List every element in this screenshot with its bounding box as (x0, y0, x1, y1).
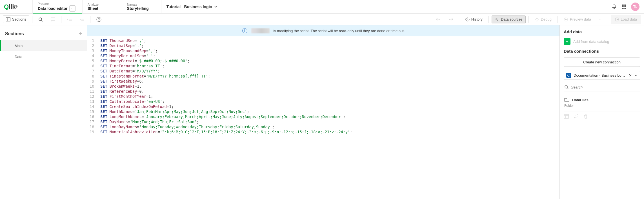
separator (608, 16, 608, 23)
comment-icon (51, 17, 55, 21)
svg-rect-3 (622, 6, 623, 7)
connection-name: Documentation - Business Logic ... (574, 73, 627, 78)
nav-label: Narrate (127, 3, 156, 6)
undo-button (433, 16, 444, 23)
svg-text:?: ? (98, 18, 100, 21)
right-panel: Add data + Add from data catalog Data co… (559, 25, 644, 199)
indent-icon (80, 17, 84, 21)
search-icon (564, 85, 569, 89)
search-icon (38, 17, 43, 22)
top-icons: TL (607, 0, 644, 13)
toolbar: Sections ? History Data sources Debug Pr… (0, 14, 644, 25)
nav-label: Prepare (38, 2, 77, 5)
svg-rect-1 (623, 5, 625, 6)
datafiles-item[interactable]: DataFiles (564, 96, 640, 104)
bug-icon (535, 17, 539, 22)
history-button[interactable]: History (462, 16, 486, 23)
separator (459, 16, 459, 23)
connection-search[interactable] (564, 84, 640, 92)
svg-rect-31 (564, 114, 569, 118)
help-icon: ? (96, 17, 101, 22)
data-sources-toggle[interactable]: Data sources (492, 16, 526, 23)
line-gutter: 12345678910111213141516171819 (87, 36, 97, 199)
redacted-user (251, 28, 270, 33)
nav-label: Analyze (88, 3, 117, 6)
preview-dropdown (596, 16, 605, 23)
separator (61, 16, 61, 23)
svg-rect-6 (622, 8, 623, 9)
chevron-down-icon (214, 5, 217, 8)
chevron-down-icon (599, 18, 602, 21)
nav-value: Sheet (88, 6, 117, 11)
outdent-icon (67, 17, 72, 21)
connection-item[interactable]: Documentation - Business Logic ... ✕ (564, 71, 640, 80)
history-icon (465, 17, 470, 22)
nav-value: Data load editor (38, 5, 77, 12)
datafiles-type: Folder (564, 104, 640, 108)
undo-icon (436, 17, 441, 21)
sections-toggle[interactable]: Sections (3, 16, 29, 23)
link-icon (495, 17, 499, 22)
chevron-down-icon[interactable] (634, 74, 638, 77)
data-connections-title: Data connections (564, 49, 640, 54)
svg-rect-4 (623, 6, 625, 7)
create-connection-button[interactable]: Create new connection (564, 58, 640, 67)
readonly-notice: i is modifying the script. The script wi… (87, 25, 559, 36)
svg-point-29 (565, 85, 568, 88)
avatar[interactable]: TL (631, 3, 639, 11)
info-icon: i (242, 28, 247, 33)
apps-icon[interactable] (621, 4, 627, 9)
add-section-button[interactable]: + (79, 30, 82, 37)
more-menu-button[interactable]: ⋯ (22, 0, 32, 13)
chevron-down-icon[interactable] (69, 5, 75, 12)
logo[interactable]: Qlik® (0, 0, 22, 13)
svg-line-12 (41, 20, 43, 21)
plus-icon: + (564, 38, 570, 45)
separator (32, 16, 32, 23)
load-label: Load data (621, 17, 637, 21)
debug-label: Debug (541, 17, 552, 21)
outdent-button (64, 16, 75, 23)
nav-value: Storytelling (127, 6, 156, 11)
app-title[interactable]: Tutorial - Business logic (161, 0, 607, 13)
search-input[interactable] (571, 85, 639, 89)
delete-icon (583, 114, 588, 119)
notice-text: is modifying the script. The script will… (274, 29, 405, 33)
sections-panel: Sections + MainData (0, 25, 87, 199)
separator (488, 16, 489, 23)
edit-icon (574, 114, 578, 119)
main-area: Sections + MainData i is modifying the s… (0, 25, 644, 199)
comment-button (48, 16, 58, 23)
search-button[interactable] (35, 16, 46, 23)
help-button[interactable]: ? (93, 15, 105, 24)
close-icon[interactable]: ✕ (629, 73, 632, 78)
code-editor[interactable]: 12345678910111213141516171819 SET Thousa… (87, 36, 559, 199)
folder-icon (564, 98, 569, 102)
nav-item-storytelling[interactable]: NarrateStorytelling (122, 0, 161, 13)
svg-rect-8 (625, 8, 626, 9)
select-data-icon (564, 114, 569, 119)
svg-point-11 (39, 18, 42, 21)
svg-rect-7 (623, 8, 625, 9)
section-item-data[interactable]: Data (0, 51, 87, 62)
debug-button: Debug (532, 16, 555, 23)
add-catalog-label: Add from data catalog (573, 39, 609, 44)
code-lines[interactable]: SET ThousandSep=',';SET DecimalSep='.';S… (97, 36, 355, 199)
connection-badge-icon (566, 73, 571, 78)
preview-button: Preview data (561, 16, 594, 23)
add-from-catalog: + Add from data catalog (564, 38, 640, 45)
svg-rect-0 (622, 5, 623, 6)
sections-title: Sections (5, 31, 24, 36)
svg-line-30 (567, 88, 569, 89)
connection-actions (564, 112, 640, 119)
load-data-button: Load data (611, 15, 641, 24)
bell-icon[interactable] (611, 4, 617, 10)
add-data-title: Add data (564, 29, 640, 34)
history-label: History (471, 17, 483, 21)
app-title-text: Tutorial - Business logic (166, 5, 212, 9)
svg-rect-5 (625, 6, 626, 7)
nav-item-sheet[interactable]: AnalyzeSheet (82, 0, 122, 13)
section-item-main[interactable]: Main (0, 40, 87, 51)
nav-item-data-load-editor[interactable]: PrepareData load editor (32, 0, 82, 13)
separator (90, 16, 90, 23)
